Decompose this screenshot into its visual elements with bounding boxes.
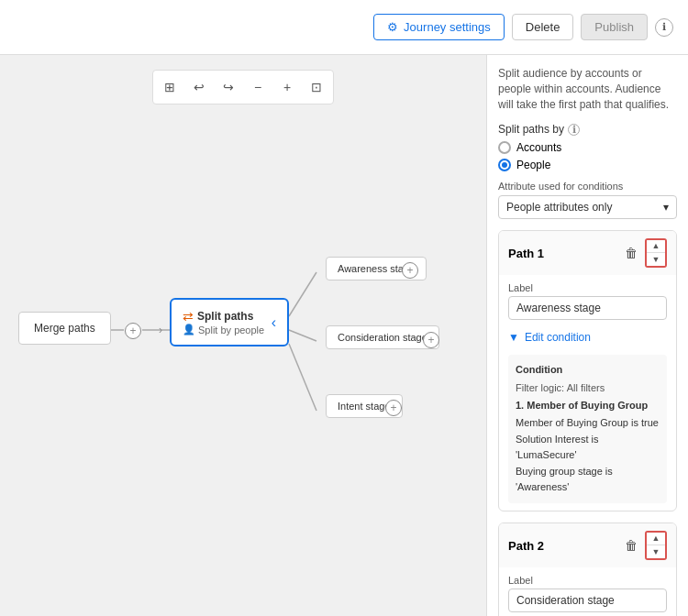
attribute-select[interactable]: People attributes only ▾	[498, 195, 677, 219]
journey-settings-button[interactable]: ⚙ Journey settings	[373, 14, 505, 40]
path-1-edit-condition-label: Edit condition	[525, 331, 591, 344]
publish-label: Publish	[594, 20, 634, 34]
add-after-awareness[interactable]: +	[402, 262, 418, 279]
path-1-delete-button[interactable]: 🗑	[621, 243, 641, 263]
path-1-title: Path 1	[508, 247, 544, 260]
svg-line-4	[289, 344, 316, 411]
path-1-edit-condition-button[interactable]: ▼ Edit condition	[508, 327, 667, 347]
path-1-label-input[interactable]	[508, 296, 667, 320]
path-1-label-field: Label	[508, 282, 667, 293]
path-2-up-button[interactable]: ▲	[647, 533, 665, 545]
path-1-card: Path 1 🗑 ▲ ▼ Label ▼ Edit condition C	[498, 230, 677, 512]
header: ⚙ Journey settings Delete Publish ℹ	[0, 0, 688, 55]
split-node-sub: 👤 Split by people	[183, 324, 264, 336]
canvas: ⊞ ↩ ↪ − + ⊡ Merge paths +	[0, 55, 486, 616]
path-2-label-field: Label	[508, 575, 667, 586]
path-1-condition-item-2: Solution Interest is 'LumaSecure'	[516, 432, 660, 462]
split-by-label: Split paths by ℹ	[498, 123, 677, 136]
accounts-label: Accounts	[516, 141, 561, 154]
path-1-condition-box: Condition Filter logic: All filters 1. M…	[508, 355, 667, 503]
path-1-condition-title: Condition	[516, 362, 660, 378]
path-1-up-button[interactable]: ▲	[647, 240, 665, 253]
radio-group: Accounts People	[498, 141, 677, 171]
path-1-condition-item-3: Buying group stage is 'Awareness'	[516, 464, 660, 494]
merge-paths-node: Merge paths	[18, 312, 111, 345]
main-layout: ⊞ ↩ ↪ − + ⊡ Merge paths +	[0, 55, 688, 616]
add-after-consideration[interactable]: +	[423, 332, 439, 348]
chevron-down-icon: ▾	[663, 201, 669, 214]
publish-button[interactable]: Publish	[581, 14, 648, 40]
path-2-delete-button[interactable]: 🗑	[621, 535, 641, 556]
path-2-card: Path 2 🗑 ▲ ▼ Label ▼ Edit condition C	[498, 522, 677, 616]
filter-icon: ▼	[508, 331, 519, 344]
merge-paths-label: Merge paths	[34, 322, 95, 335]
people-radio[interactable]: People	[498, 159, 677, 171]
add-connector-merge[interactable]: +	[125, 323, 141, 339]
add-after-intent[interactable]: +	[385, 400, 402, 416]
gear-icon: ⚙	[387, 20, 398, 34]
path-2-arrow-group: ▲ ▼	[645, 531, 667, 560]
info-icon[interactable]: ℹ	[655, 18, 673, 37]
path-1-header: Path 1 🗑 ▲ ▼	[499, 231, 676, 275]
delete-label: Delete	[526, 20, 560, 34]
path-2-actions: 🗑 ▲ ▼	[621, 531, 667, 560]
consideration-label: Consideration stage	[338, 332, 427, 343]
split-by-text: Split paths by	[498, 123, 564, 136]
path-1-condition-item-1: Member of Buying Group is true	[516, 415, 660, 431]
path-1-condition-item-0: 1. Member of Buying Group	[516, 398, 660, 413]
attribute-section: Attribute used for conditions People att…	[498, 181, 677, 219]
path-1-body: Label ▼ Edit condition Condition Filter …	[499, 275, 676, 511]
journey-settings-label: Journey settings	[404, 20, 491, 34]
people-label: People	[516, 159, 550, 171]
path-1-actions: 🗑 ▲ ▼	[621, 238, 667, 268]
path-1-arrow-group: ▲ ▼	[645, 238, 667, 268]
path-1-down-button[interactable]: ▼	[647, 253, 665, 266]
intent-label: Intent stage	[338, 401, 391, 412]
path-2-body: Label ▼ Edit condition Condition Filter …	[499, 567, 676, 616]
split-info-icon[interactable]: ℹ	[568, 124, 580, 136]
path-2-header: Path 2 🗑 ▲ ▼	[499, 523, 676, 567]
accounts-radio-circle	[498, 141, 511, 154]
svg-line-3	[289, 330, 316, 341]
path-1-filter-logic: Filter logic: All filters	[516, 380, 660, 396]
path-2-title: Path 2	[508, 539, 544, 553]
split-by-section: Split paths by ℹ Accounts People	[498, 123, 677, 171]
path-2-label-input[interactable]	[508, 588, 667, 612]
arrow-icon: ›	[159, 324, 162, 336]
right-panel: Split audience by accounts or people wit…	[486, 55, 688, 616]
panel-description: Split audience by accounts or people wit…	[498, 66, 677, 112]
people-radio-circle	[498, 159, 511, 171]
collapse-icon[interactable]: ‹	[272, 314, 276, 331]
path-2-down-button[interactable]: ▼	[647, 545, 665, 558]
accounts-radio[interactable]: Accounts	[498, 141, 677, 154]
split-paths-node[interactable]: ⇄ Split paths 👤 Split by people ‹	[170, 298, 289, 346]
attr-label: Attribute used for conditions	[498, 181, 677, 192]
split-node-title: Split paths	[197, 310, 253, 323]
attr-value: People attributes only	[506, 201, 612, 214]
delete-button[interactable]: Delete	[512, 14, 574, 40]
svg-line-2	[289, 272, 316, 316]
